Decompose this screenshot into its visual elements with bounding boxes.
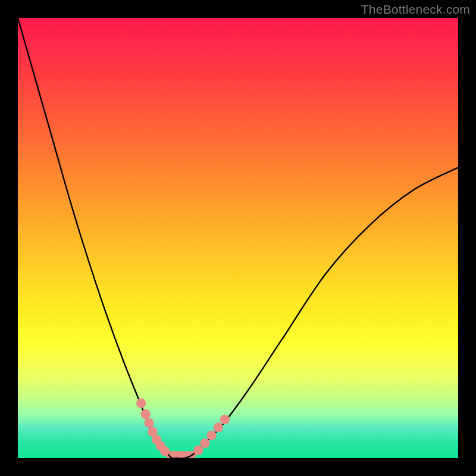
plot-area [18,18,458,458]
curve-marker-dot [144,418,154,428]
curve-marker-dot [136,398,146,408]
curve-marker-dot [206,430,216,440]
chart-svg [18,18,458,458]
curve-marker-dot [214,422,223,432]
bottleneck-curve [18,18,458,458]
curve-marker-dot [140,409,150,419]
curve-marker-dot [220,415,230,424]
curve-marker-dot [200,439,209,448]
curve-marker-dot [160,446,170,456]
watermark-text: TheBottleneck.com [361,2,470,17]
chart-frame: TheBottleneck.com [0,0,476,476]
curve-marker-dot [193,446,203,455]
